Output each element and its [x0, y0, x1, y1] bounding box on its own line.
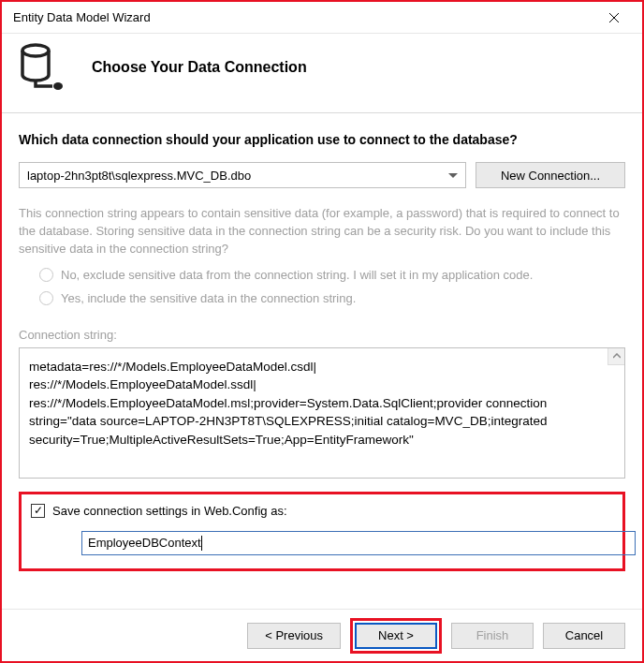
- sensitive-radio-group: No, exclude sensitive data from the conn…: [39, 268, 625, 315]
- chevron-up-icon: [613, 353, 621, 359]
- titlebar: Entity Data Model Wizard: [2, 2, 642, 34]
- question-label: Which data connection should your applic…: [19, 132, 625, 147]
- sensitive-data-info: This connection string appears to contai…: [19, 205, 625, 258]
- save-checkbox-row: ✓ Save connection settings in Web.Config…: [31, 504, 613, 518]
- wizard-content: Which data connection should your applic…: [2, 113, 642, 609]
- radio-exclude-label: No, exclude sensitive data from the conn…: [61, 268, 533, 282]
- text-caret: [201, 536, 202, 551]
- page-title: Choose Your Data Connection: [92, 59, 307, 76]
- database-icon: [21, 43, 66, 92]
- next-button-highlight: Next >: [350, 618, 442, 654]
- new-connection-button[interactable]: New Connection...: [476, 162, 625, 188]
- close-icon: [608, 12, 620, 23]
- radio-exclude: No, exclude sensitive data from the conn…: [39, 268, 625, 282]
- finish-button: Finish: [451, 623, 534, 649]
- connection-string-value: metadata=res://*/Models.EmployeeDataMode…: [29, 360, 550, 447]
- next-button[interactable]: Next >: [355, 623, 437, 649]
- wizard-header: Choose Your Data Connection: [2, 34, 642, 113]
- previous-button[interactable]: < Previous: [247, 623, 341, 649]
- radio-include-label: Yes, include the sensitive data in the c…: [61, 291, 356, 305]
- close-button[interactable]: [593, 4, 635, 32]
- scroll-up-button[interactable]: [607, 348, 624, 365]
- wizard-footer: < Previous Next > Finish Cancel: [2, 609, 642, 661]
- wizard-window: Entity Data Model Wizard Choose Your Dat…: [0, 0, 644, 663]
- connection-dropdown[interactable]: laptop-2hn3pt8t\sqlexpress.MVC_DB.dbo: [19, 162, 466, 188]
- save-settings-area: ✓ Save connection settings in Web.Config…: [19, 492, 625, 571]
- svg-point-2: [22, 45, 49, 56]
- radio-icon: [39, 268, 53, 282]
- connection-row: laptop-2hn3pt8t\sqlexpress.MVC_DB.dbo Ne…: [19, 162, 625, 188]
- context-name-input[interactable]: EmployeeDBContext: [81, 531, 636, 555]
- connection-string-box[interactable]: metadata=res://*/Models.EmployeeDataMode…: [19, 347, 625, 479]
- svg-rect-4: [54, 84, 56, 88]
- save-checkbox[interactable]: ✓: [31, 504, 45, 518]
- connection-string-label: Connection string:: [19, 328, 625, 342]
- save-checkbox-label: Save connection settings in Web.Config a…: [52, 504, 287, 518]
- radio-icon: [39, 291, 53, 305]
- cancel-button[interactable]: Cancel: [543, 623, 625, 649]
- context-name-value: EmployeeDBContext: [88, 536, 201, 550]
- connection-selected: laptop-2hn3pt8t\sqlexpress.MVC_DB.dbo: [27, 169, 251, 183]
- radio-include: Yes, include the sensitive data in the c…: [39, 291, 625, 305]
- window-title: Entity Data Model Wizard: [13, 10, 593, 24]
